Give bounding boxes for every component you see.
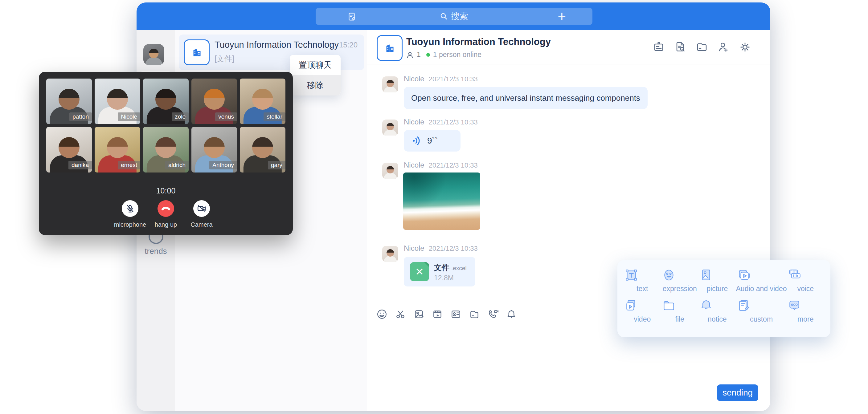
screenshot-scissors-button[interactable] (395, 308, 406, 320)
feature-label: file (661, 315, 699, 323)
feature-label: more (786, 315, 824, 323)
sender-name: Nicole (404, 74, 425, 83)
message-time: 2021/12/3 10:33 (429, 161, 478, 169)
clipboard-edit-icon[interactable] (346, 11, 357, 22)
add-member-button[interactable] (717, 40, 730, 54)
hang-up-label: hang up (148, 221, 184, 228)
add-button[interactable]: + (558, 7, 566, 25)
participant-tile: danika (46, 127, 92, 172)
call-timer: 10:00 (39, 186, 293, 195)
audio-video-icon (736, 267, 787, 283)
top-header: 搜索 + (136, 2, 770, 30)
call-button[interactable] (487, 308, 499, 320)
participant-tile: stellar (240, 78, 285, 124)
chat-main: Tuoyun Information Technology 1 1 person… (367, 30, 770, 411)
search-placeholder: 搜索 (451, 10, 468, 22)
hang-up-icon (160, 203, 172, 214)
text-message-bubble[interactable]: Open source, free, and universal instant… (404, 87, 648, 109)
feature-label: picture (699, 285, 736, 293)
menu-item-remove[interactable]: 移除 (290, 75, 341, 95)
participant-tile: Nicole (95, 78, 140, 124)
picture-icon (699, 267, 736, 283)
sender-name: Nicole (404, 161, 425, 169)
message-avatar[interactable] (382, 120, 398, 135)
expression-icon (661, 267, 699, 283)
camera-off-icon (196, 203, 207, 214)
feature-expression[interactable]: expression (661, 267, 699, 293)
file-folder-icon (661, 298, 699, 313)
participant-tile: Anthony (191, 127, 237, 172)
members-icon (406, 51, 414, 59)
search-bar[interactable]: 搜索 + (316, 8, 592, 25)
file-name: 文件.excel (434, 262, 467, 273)
participant-tile: patton (46, 78, 92, 124)
message-avatar[interactable] (382, 246, 398, 262)
voice-wave-icon (411, 135, 423, 147)
notification-bell-button[interactable] (505, 308, 517, 320)
participant-tile: zole (143, 78, 189, 124)
participant-name: Anthony (209, 161, 237, 169)
participant-name: danika (68, 161, 92, 169)
menu-item-pin-chat[interactable]: 置顶聊天 (290, 55, 341, 75)
feature-video[interactable]: video (624, 298, 661, 323)
user-avatar[interactable] (143, 44, 164, 65)
image-message-beach-photo[interactable] (403, 172, 480, 230)
chat-header-tools (652, 40, 752, 54)
online-status: 1 person online (433, 51, 482, 59)
feature-voice[interactable]: voice (786, 267, 824, 293)
feature-file[interactable]: file (661, 298, 699, 323)
feature-audio-video[interactable]: Audio and video (736, 267, 787, 293)
files-button[interactable] (695, 40, 709, 54)
participant-name: patton (69, 113, 92, 121)
voice-message-bubble[interactable]: 9`` (404, 130, 461, 152)
excel-file-icon: ✕ (410, 262, 429, 281)
custom-note-icon (736, 298, 787, 313)
announcement-button[interactable] (652, 40, 665, 54)
feature-label: text (624, 285, 661, 293)
participant-name: stellar (264, 113, 285, 121)
image-button[interactable] (413, 308, 425, 320)
hang-up-button[interactable] (157, 200, 174, 217)
participant-tile: venus (191, 78, 237, 124)
sender-name: Nicole (404, 244, 425, 253)
building-icon (382, 41, 397, 55)
participant-name: Nicole (118, 113, 140, 121)
message-header: Nicole 2021/12/3 10:33 (404, 118, 478, 126)
video-clip-button[interactable] (432, 308, 443, 320)
video-icon (624, 298, 661, 313)
feature-text[interactable]: text (624, 267, 661, 293)
feature-notice[interactable]: notice (699, 298, 736, 323)
file-message-bubble[interactable]: ✕ 文件.excel 12.8M (404, 257, 475, 286)
member-count: 1 (417, 51, 421, 59)
file-button[interactable] (468, 308, 480, 320)
microphone-control: microphone (112, 200, 148, 228)
feature-picture[interactable]: picture (699, 267, 736, 293)
file-ext: .excel (451, 265, 467, 272)
message-avatar[interactable] (382, 163, 398, 179)
camera-control: Camera (184, 200, 219, 228)
settings-gear-button[interactable] (738, 40, 752, 54)
chat-history-search-button[interactable] (674, 40, 687, 54)
message-header: Nicole 2021/12/3 10:33 (404, 161, 478, 169)
voice-icon (786, 267, 824, 283)
hangup-control: hang up (148, 200, 184, 228)
group-video-call-panel: patton Nicole zole venus stellar danika … (39, 72, 293, 235)
message-text: Open source, free, and universal instant… (411, 93, 640, 103)
building-icon (190, 45, 204, 59)
search-icon (440, 12, 448, 20)
contact-card-button[interactable] (450, 308, 462, 320)
message-time: 2021/12/3 10:33 (429, 118, 478, 126)
send-button[interactable]: sending (717, 384, 758, 401)
feature-label: Audio and video (736, 285, 787, 293)
feature-custom[interactable]: custom (736, 298, 787, 323)
feature-more[interactable]: more (786, 298, 824, 323)
emoji-button[interactable] (376, 308, 388, 320)
participant-name: zole (172, 113, 189, 121)
microphone-mute-button[interactable] (122, 200, 138, 217)
participant-tile: ernest (95, 127, 140, 172)
message-avatar[interactable] (382, 76, 398, 92)
microphone-label: microphone (112, 221, 148, 228)
camera-off-button[interactable] (193, 200, 210, 217)
group-avatar (184, 39, 210, 65)
message-type-popup: text expression (617, 260, 830, 337)
